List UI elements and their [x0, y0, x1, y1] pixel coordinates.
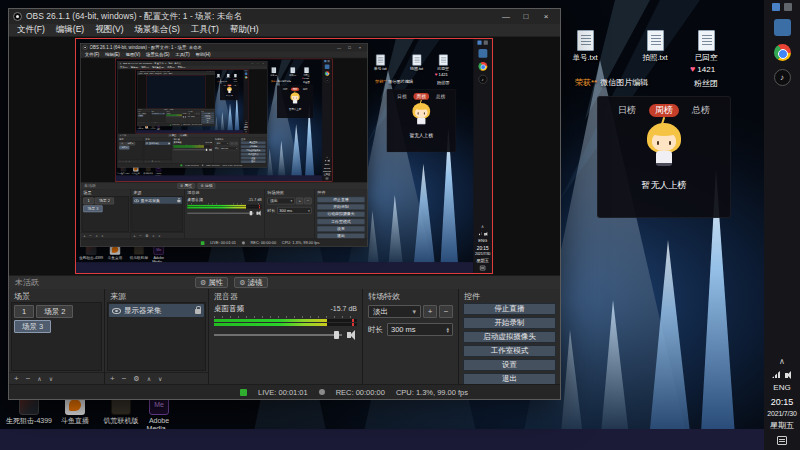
scene-item[interactable]: 场景 2 — [36, 305, 73, 318]
music-app-icon[interactable] — [245, 80, 247, 82]
minimize-button[interactable]: — — [496, 10, 516, 23]
visibility-eye-icon[interactable] — [152, 113, 153, 114]
pinned-app-icon[interactable] — [325, 64, 330, 69]
lock-icon[interactable] — [195, 309, 201, 314]
studio-mode-button[interactable]: 工作室模式 — [463, 345, 556, 357]
desktop-icon-danhao[interactable]: 单号.txt — [214, 74, 222, 79]
add-transition-button[interactable] — [230, 142, 234, 146]
transition-select[interactable]: 淡出 — [215, 142, 229, 146]
scene-item[interactable]: 场景 2 — [125, 142, 135, 146]
move-source-up-button[interactable] — [152, 234, 154, 238]
menu-tools[interactable]: 工具(T) — [175, 51, 189, 57]
add-source-button[interactable] — [110, 375, 115, 383]
volume-slider[interactable] — [173, 150, 208, 151]
volume-slider[interactable] — [187, 213, 254, 214]
pinned-app-icon[interactable] — [245, 72, 247, 74]
fans-club-label[interactable]: 粉丝团 — [437, 80, 449, 86]
menu-file[interactable]: 文件(F) — [85, 51, 99, 57]
studio-mode-button[interactable]: 工作室模式 — [241, 153, 266, 156]
language-indicator[interactable]: ENG — [325, 163, 330, 165]
start-recording-button[interactable]: 开始录制 — [241, 145, 266, 148]
remove-transition-button[interactable] — [439, 305, 453, 318]
chrome-icon[interactable] — [325, 71, 330, 76]
studio-mode-button[interactable]: 工作室模式 — [317, 218, 365, 224]
tab-total-rank[interactable]: 总榜 — [303, 87, 308, 91]
language-indicator[interactable]: ENG — [773, 383, 790, 392]
mini-phone-icon[interactable] — [784, 3, 792, 11]
properties-button[interactable]: 属性 — [177, 183, 194, 189]
volume-tray-icon[interactable] — [785, 373, 788, 378]
preview-captured-display[interactable]: 单号.txt 拍照.txt 已回空 1421 荣获** 微信图片编辑 粉丝团 日… — [116, 59, 332, 181]
properties-button[interactable]: 属性 — [195, 277, 228, 288]
scene-item[interactable]: 场景 2 — [95, 198, 114, 205]
menu-help[interactable]: 帮助(H) — [195, 51, 210, 57]
clock-time[interactable]: 20:15 — [477, 245, 489, 250]
menu-scene-collection[interactable]: 场景集合(S) — [135, 24, 180, 36]
volume-slider-handle[interactable] — [206, 149, 207, 151]
fans-club-label[interactable]: 粉丝团 — [234, 81, 237, 83]
filters-button[interactable]: 滤镜 — [234, 277, 267, 288]
move-scene-up-button[interactable] — [95, 234, 97, 238]
language-indicator[interactable]: ENG — [478, 238, 487, 243]
tab-daily-rank[interactable]: 日榜 — [283, 87, 288, 91]
network-tray-icon[interactable] — [477, 232, 481, 236]
transition-select[interactable]: 淡出 — [267, 198, 295, 205]
duration-input[interactable]: 300 ms — [387, 323, 453, 336]
remove-transition-button[interactable] — [304, 198, 311, 205]
desktop-icon-danhao[interactable]: 单号.txt — [266, 67, 281, 76]
move-source-up-button[interactable] — [147, 375, 151, 383]
add-scene-button[interactable] — [14, 375, 19, 383]
remove-transition-button[interactable] — [234, 142, 238, 146]
source-item-display-capture[interactable]: 显示器采集 — [109, 304, 204, 317]
preview-captured-display[interactable] — [147, 75, 205, 108]
settings-button[interactable]: 设置 — [463, 359, 556, 371]
source-item-display-capture[interactable]: 显示器采集 — [133, 197, 182, 204]
source-item-display-capture[interactable]: 显示器采集 — [151, 113, 164, 115]
menu-help[interactable]: 帮助(H) — [230, 24, 259, 36]
chrome-icon[interactable] — [478, 62, 487, 71]
scene-item-selected[interactable]: 场景 3 — [119, 146, 129, 150]
mini-display-icon[interactable] — [772, 3, 780, 11]
scene-item-selected[interactable]: 场景 3 — [14, 320, 51, 333]
remove-scene-button[interactable] — [89, 234, 91, 238]
remove-source-button[interactable] — [139, 234, 141, 238]
duration-input[interactable]: 300 ms — [220, 147, 238, 151]
preview-captured-display[interactable]: 单号.txt 拍照.txt 已回空 1421 荣获** 微信图片编辑 粉丝团 日… — [76, 39, 492, 273]
preview-captured-display[interactable]: 单号.txt 拍照.txt 已回空 1421 荣获** 微信图片编辑 粉丝团 日… — [136, 70, 248, 133]
chrome-icon[interactable] — [245, 76, 247, 78]
fans-club-label[interactable]: 粉丝团 — [694, 78, 718, 89]
obs-titlebar[interactable]: OBS 26.1.1 (64-bit, windows) - 配置文件: 1 -… — [9, 9, 560, 24]
visibility-eye-icon[interactable] — [146, 142, 148, 144]
clock-time[interactable]: 20:15 — [324, 167, 330, 170]
tab-total-rank[interactable]: 总榜 — [436, 93, 445, 100]
menu-tools[interactable]: 工具(T) — [191, 24, 219, 36]
start-virtual-camera-button[interactable]: 启动虚拟摄像头 — [241, 149, 266, 152]
source-item-display-capture[interactable]: 显示器采集 — [145, 141, 171, 145]
clock-time[interactable]: 20:15 — [771, 397, 794, 407]
menu-edit[interactable]: 编辑(E) — [105, 51, 120, 57]
start-virtual-camera-button[interactable]: 启动虚拟摄像头 — [317, 211, 365, 217]
lock-icon[interactable] — [163, 113, 164, 114]
music-app-icon[interactable] — [325, 78, 330, 83]
maximize-button[interactable]: □ — [344, 44, 354, 51]
action-center-icon[interactable] — [480, 266, 485, 271]
maximize-button[interactable]: □ — [516, 10, 536, 23]
desktop-icon-yihuikong[interactable]: 已回空 — [299, 67, 314, 76]
desktop-icon-danhao[interactable]: 单号.txt — [366, 55, 395, 72]
add-transition-button[interactable] — [423, 305, 437, 318]
start-virtual-camera-button[interactable]: 启动虚拟摄像头 — [463, 331, 556, 343]
menu-scene-collection[interactable]: 场景集合(S) — [146, 51, 170, 57]
spinner-arrows-icon[interactable] — [236, 148, 237, 150]
mini-display-icon[interactable] — [477, 41, 481, 45]
obs-titlebar[interactable]: OBS 26.1.1 (64-bit, windows) - 配置文件: 1 -… — [81, 44, 368, 52]
scene-item[interactable]: 1 — [119, 142, 124, 146]
start-recording-button[interactable]: 开始录制 — [317, 204, 365, 210]
stop-streaming-button[interactable]: 停止直播 — [463, 303, 556, 315]
clock-weekday[interactable]: 星期五 — [324, 173, 330, 176]
remove-scene-button[interactable] — [26, 375, 31, 383]
transition-select[interactable]: 淡出 — [368, 305, 421, 318]
stop-streaming-button[interactable]: 停止直播 — [317, 197, 365, 203]
desktop-icon-yihuikong[interactable]: 已回空 — [678, 30, 734, 63]
minimize-button[interactable]: — — [334, 44, 344, 51]
volume-slider-handle[interactable] — [250, 211, 253, 215]
